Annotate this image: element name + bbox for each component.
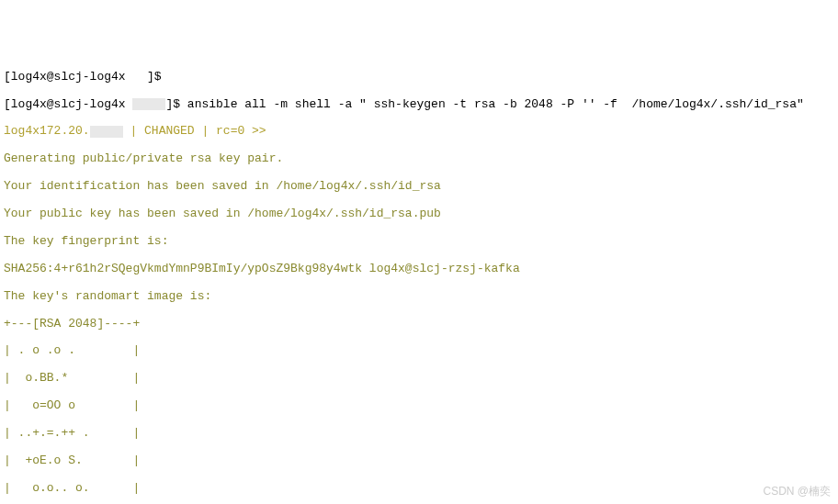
censored-host — [132, 98, 165, 110]
randomart-line: | o.BB.* | — [4, 372, 834, 386]
randomart-line: | . o .o . | — [4, 344, 834, 358]
host1-status: | CHANGED | rc=0 >> — [123, 124, 266, 138]
output-line: The key fingerprint is: — [4, 235, 834, 249]
output-line: SHA256:4+r61h2rSQegVkmdYmnP9BImIy/ypOsZ9… — [4, 263, 834, 276]
host1-header: log4x172.20. | CHANGED | rc=0 >> — [4, 125, 834, 139]
output-line: Your identification has been saved in /h… — [4, 180, 834, 194]
terminal-output: [log4x@slcj-log4x ]$ [log4x@slcj-log4x ]… — [4, 57, 834, 504]
output-line: Generating public/private rsa key pair. — [4, 152, 834, 166]
randomart-line: | +oE.o S. | — [4, 454, 834, 468]
prompt-command-line[interactable]: [log4x@slcj-log4x ]$ ansible all -m shel… — [4, 98, 834, 112]
randomart-line: | o.o.. o. | — [4, 482, 834, 496]
command-text: ansible all -m shell -a " ssh-keygen -t … — [187, 97, 804, 111]
watermark: CSDN @楠奕 — [763, 486, 831, 498]
randomart-line: | ..+.=.++ . | — [4, 427, 834, 441]
output-line: The key's randomart image is: — [4, 290, 834, 304]
randomart-line: +---[RSA 2048]----+ — [4, 318, 834, 331]
prompt-line-truncated: [log4x@slcj-log4x ]$ — [4, 71, 834, 84]
censored-ip — [90, 126, 123, 138]
output-line: Your public key has been saved in /home/… — [4, 207, 834, 221]
prompt-suffix: ]$ — [165, 97, 187, 111]
randomart-line: | o=OO o | — [4, 399, 834, 413]
host1-ip-prefix: log4x172.20. — [4, 124, 90, 138]
prompt-prefix: [log4x@slcj-log4x — [4, 97, 132, 111]
